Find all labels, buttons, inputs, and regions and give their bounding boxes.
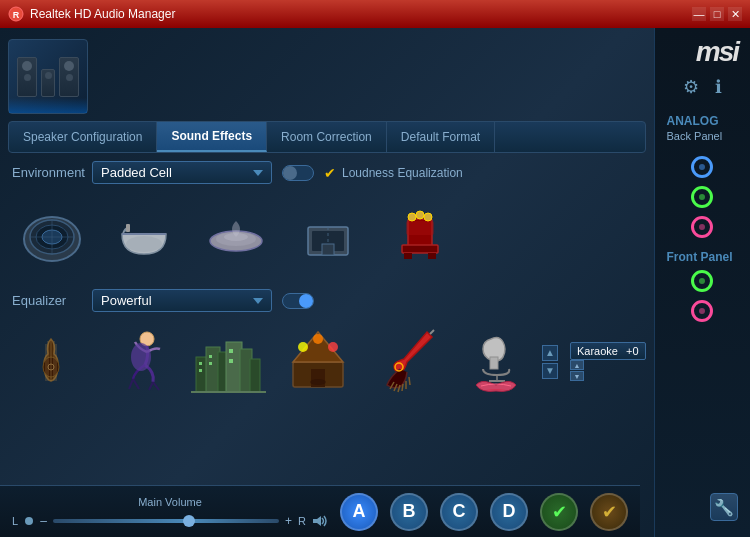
eq-icon-microphone-lips[interactable] (453, 324, 538, 399)
profile-c-button[interactable]: C (440, 493, 478, 531)
main-volume-label: Main Volume (138, 496, 202, 508)
svg-point-34 (131, 343, 151, 371)
speaker-image (8, 39, 88, 114)
volume-min-icon (24, 516, 34, 526)
eq-dropdown-arrow-icon (253, 298, 263, 304)
svg-point-9 (126, 236, 162, 252)
apply-button[interactable]: ✔ (590, 493, 628, 531)
back-panel-jack-pink[interactable] (691, 216, 713, 238)
sidebar-icons-row: ⚙ ℹ (683, 76, 722, 98)
equalizer-dropdown[interactable]: Powerful (92, 289, 272, 312)
karaoke-area: Karaoke +0 ▲ ▼ (570, 342, 646, 381)
back-panel-jack-green[interactable] (691, 186, 713, 208)
svg-point-70 (25, 517, 33, 525)
svg-rect-50 (229, 359, 233, 363)
right-channel-label: R (298, 515, 306, 527)
tab-room-correction[interactable]: Room Correction (267, 122, 387, 152)
karaoke-spinner: ▲ ▼ (570, 360, 584, 381)
svg-point-54 (298, 342, 308, 352)
env-icon-manhole[interactable] (12, 204, 92, 269)
volume-row: Main Volume L – + R (12, 496, 328, 528)
msi-logo: msi (696, 36, 746, 68)
confirm-button[interactable]: ✔ (540, 493, 578, 531)
front-panel-jack-green[interactable] (691, 270, 713, 292)
env-icon-room[interactable] (288, 204, 368, 269)
volume-slider[interactable] (53, 519, 279, 523)
volume-plus-label: + (285, 514, 292, 528)
svg-line-64 (402, 384, 403, 391)
eq-icons-container: ▲ ▼ Karaoke +0 ▲ ▼ (8, 324, 646, 399)
svg-line-38 (153, 382, 159, 390)
svg-rect-67 (490, 357, 498, 369)
gear-icon[interactable]: ⚙ (683, 76, 699, 98)
profile-d-button[interactable]: D (490, 493, 528, 531)
karaoke-decrement[interactable]: ▼ (570, 371, 584, 381)
main-container: Speaker Configuration Sound Effects Room… (0, 28, 750, 537)
environment-label: Environment (12, 165, 92, 180)
front-panel-jack-pink[interactable] (691, 300, 713, 322)
svg-rect-21 (428, 253, 436, 259)
svg-line-35 (129, 379, 133, 389)
environment-toggle[interactable] (282, 165, 314, 181)
svg-line-36 (133, 379, 139, 389)
speaker-area (8, 36, 646, 121)
speaker-volume-icon (312, 515, 328, 527)
svg-point-23 (408, 213, 416, 221)
karaoke-increment[interactable]: ▲ (570, 360, 584, 370)
eq-icon-electric-guitar[interactable] (364, 324, 449, 399)
equalizer-row: Equalizer Powerful (8, 289, 646, 312)
env-icon-bathtub[interactable] (104, 204, 184, 269)
eq-icon-city[interactable] (186, 324, 271, 399)
env-icon-plate[interactable] (196, 204, 276, 269)
eq-scroll-up[interactable]: ▲ (542, 345, 558, 361)
eq-icons-section: ▲ ▼ Karaoke +0 ▲ ▼ (8, 324, 646, 399)
front-panel-label: Front Panel (659, 250, 733, 264)
back-panel-jack-blue[interactable] (691, 156, 713, 178)
karaoke-value-box: Karaoke +0 (570, 342, 646, 360)
analog-label: ANALOG (659, 114, 719, 128)
svg-rect-17 (322, 244, 334, 255)
environment-row: Environment Padded Cell ✔ Loudness Equal… (8, 161, 646, 184)
svg-rect-48 (209, 362, 212, 365)
svg-rect-19 (402, 245, 438, 253)
wrench-button[interactable]: 🔧 (710, 493, 738, 521)
loudness-label: ✔ Loudness Equalization (324, 165, 463, 181)
svg-point-58 (310, 379, 326, 385)
svg-text:R: R (13, 10, 20, 20)
profile-a-button[interactable]: A (340, 493, 378, 531)
loudness-check-icon: ✔ (324, 165, 336, 181)
dropdown-arrow-icon (253, 170, 263, 176)
environment-dropdown[interactable]: Padded Cell (92, 161, 272, 184)
maximize-button[interactable]: □ (710, 7, 724, 21)
sidebar-bottom: 🔧 (659, 326, 746, 529)
title-text: Realtek HD Audio Manager (30, 7, 692, 21)
tab-sound-effects[interactable]: Sound Effects (157, 122, 267, 152)
tabs-container: Speaker Configuration Sound Effects Room… (8, 121, 646, 153)
svg-rect-46 (199, 369, 202, 372)
info-icon[interactable]: ℹ (715, 76, 722, 98)
minimize-button[interactable]: — (692, 7, 706, 21)
title-bar: R Realtek HD Audio Manager — □ ✕ (0, 0, 750, 28)
app-icon: R (8, 6, 24, 22)
volume-minus-icon: – (40, 514, 47, 528)
left-channel-label: L (12, 515, 18, 527)
eq-icon-guitar[interactable] (8, 324, 93, 399)
content-area: Speaker Configuration Sound Effects Room… (0, 28, 654, 537)
env-icon-throne[interactable] (380, 204, 460, 269)
equalizer-toggle[interactable] (282, 293, 314, 309)
svg-rect-20 (404, 253, 412, 259)
tab-speaker-configuration[interactable]: Speaker Configuration (9, 122, 157, 152)
eq-scroll-arrows: ▲ ▼ (542, 345, 558, 379)
eq-icon-stage[interactable] (275, 324, 360, 399)
equalizer-label: Equalizer (12, 293, 92, 308)
svg-point-25 (424, 213, 432, 221)
tab-default-format[interactable]: Default Format (387, 122, 495, 152)
eq-icon-dancer[interactable] (97, 324, 182, 399)
eq-scroll-down[interactable]: ▼ (542, 363, 558, 379)
environment-icons (8, 196, 646, 277)
profile-b-button[interactable]: B (390, 493, 428, 531)
svg-rect-47 (209, 355, 212, 358)
close-button[interactable]: ✕ (728, 7, 742, 21)
svg-point-56 (328, 342, 338, 352)
svg-point-55 (313, 334, 323, 344)
